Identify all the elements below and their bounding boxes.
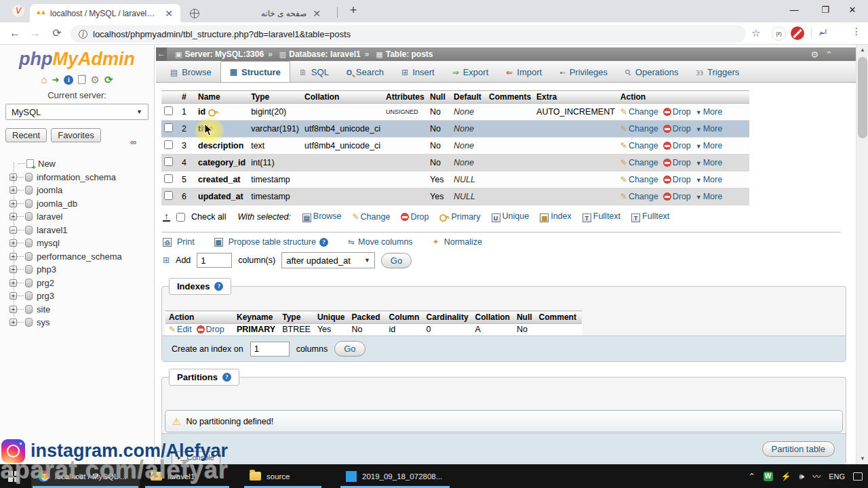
more-link[interactable]: ▼More [696,107,722,117]
settings-icon[interactable]: ⚙ [90,75,99,85]
taskbar-folder-source[interactable]: source [243,464,323,488]
logout-icon[interactable]: ➜ [52,75,60,85]
row-checkbox[interactable] [164,140,173,149]
change-link[interactable]: ✎Change [620,192,658,201]
partition-table-button[interactable]: Partition table [762,441,835,457]
more-link[interactable]: ▼More [696,192,722,201]
browser-menu-icon[interactable]: ⋮ [852,26,861,37]
row-checkbox[interactable] [164,123,173,132]
print-link[interactable]: ⎙Print [163,237,195,247]
collapse-sidebar-icon[interactable]: ← [156,47,167,61]
index-columns-input[interactable] [250,342,290,357]
tab-browse[interactable]: ▤Browse [161,62,220,82]
collapse-top-icon[interactable]: ⌃ [825,49,833,60]
selected-primary-link[interactable]: Primary [439,212,480,222]
row-checkbox[interactable] [164,157,173,166]
drop-link[interactable]: Drop [663,107,691,117]
drop-link[interactable]: Drop [663,141,691,150]
selected-browse-link[interactable]: ▤Browse [302,211,342,222]
change-link[interactable]: ✎Change [620,107,658,117]
tree-item-db[interactable]: +mysql [0,237,154,250]
scroll-up-arrow[interactable]: ▲ [856,45,868,56]
tree-item-db[interactable]: +sys [0,316,154,329]
change-link[interactable]: ✎Change [620,124,658,134]
info-icon[interactable]: i [64,75,73,85]
tree-item-db-selected[interactable]: −laravel1 [0,224,154,237]
notification-icon[interactable] [853,472,863,481]
tab-privileges[interactable]: ▪▫Privileges [551,62,616,82]
page-scrollbar[interactable]: ▲ ▼ [856,45,868,464]
server-select[interactable]: MySQL▼ [5,104,149,120]
pinned-tab-icon[interactable]: V [12,5,24,17]
tab-import[interactable]: ⇐Import [497,62,551,82]
back-button[interactable]: ← [7,26,23,41]
extension-icon-1[interactable]: {#} [772,26,786,41]
change-link[interactable]: ✎Change [620,158,658,167]
tray-expand-icon[interactable]: ⌃ [749,472,755,481]
expand-icon[interactable]: + [9,239,17,247]
url-text[interactable]: localhost/phpmyadmin/tbl_structure.php?d… [93,29,351,39]
console-toggle[interactable]: ▸_ Console [172,451,220,464]
tree-item-db[interactable]: +information_schema [0,171,154,184]
phpmyadmin-logo[interactable]: phpMyAdmin [0,49,154,70]
tab-close-icon[interactable]: ✕ [311,8,323,19]
selected-change-link[interactable]: ✎Change [353,212,391,222]
check-all-checkbox[interactable] [176,213,185,222]
breadcrumb-database[interactable]: Database: laravel1 [289,49,360,59]
drop-link[interactable]: Drop [663,158,691,167]
tree-item-db[interactable]: +site [0,303,154,317]
page-settings-icon[interactable]: ⚙ [810,49,818,60]
move-columns-link[interactable]: ⇋Move columns [348,237,413,247]
wamp-icon[interactable]: W [764,472,773,481]
add-count-input[interactable] [197,253,232,268]
tree-item-db[interactable]: +prg2 [0,277,154,290]
expand-icon[interactable]: + [9,213,17,220]
drop-link[interactable]: Drop [663,124,691,134]
window-minimize-button[interactable]: — [778,0,810,22]
expand-icon[interactable]: + [9,279,17,287]
extension-icon-3[interactable]: ابم [819,28,827,35]
bookmark-star-icon[interactable]: ☆ [751,27,760,39]
unfold-link-icon[interactable]: ∞ [130,137,136,147]
recent-button[interactable]: Recent [5,128,47,142]
check-all-label[interactable]: Check all [191,212,226,222]
expand-icon[interactable]: + [9,253,17,260]
selected-drop-link[interactable]: Drop [401,212,429,222]
go-button[interactable]: Go [334,341,365,357]
position-select[interactable]: after updated_at▼ [281,252,375,268]
tree-item-db[interactable]: +performance_schema [0,250,154,264]
refresh-icon[interactable]: ⟳ [104,75,113,85]
tab-sql[interactable]: 🗎SQL [290,62,338,82]
row-checkbox[interactable] [164,191,173,200]
tree-item-new[interactable]: New [0,157,154,171]
go-button[interactable]: Go [381,253,412,268]
browser-tab-2[interactable]: صفحه ی خانه ✕ [184,4,328,22]
browser-tab-active[interactable]: localhost / MySQL / laravel1 / po ✕ [30,4,180,22]
row-checkbox[interactable] [164,106,173,115]
expand-icon[interactable]: + [9,266,17,273]
collapse-icon[interactable]: − [9,226,17,234]
reload-button[interactable]: ⟳ [49,26,65,41]
tab-insert[interactable]: ⊞Insert [393,62,443,82]
selected-unique-link[interactable]: UUnique [492,211,530,222]
wifi-icon[interactable]: 〰 [812,470,821,482]
scroll-down-arrow[interactable]: ▼ [856,453,868,464]
extension-icon-2[interactable] [791,26,804,40]
breadcrumb-server[interactable]: Server: MySQL:3306 [184,49,264,59]
more-link[interactable]: ▼More [696,175,722,184]
tab-operations[interactable]: ⚲Operations [616,62,687,82]
address-bar[interactable]: i localhost/phpmyadmin/tbl_structure.php… [71,25,746,43]
tab-export[interactable]: ⇒Export [443,62,498,82]
help-icon[interactable]: ? [319,238,328,247]
tab-search[interactable]: Search [338,62,393,82]
more-link[interactable]: ▼More [696,158,722,167]
taskbar-vscode-button[interactable]: 2019_09_18_072808... [339,464,451,488]
expand-icon[interactable]: + [9,319,17,326]
expand-icon[interactable]: + [9,200,17,207]
tab-triggers[interactable]: ϶϶Triggers [687,62,748,82]
page-info-icon[interactable]: i [79,30,87,39]
edit-index-link[interactable]: ✎Edit [169,325,192,334]
more-link[interactable]: ▼More [696,124,722,134]
selected-fulltext-link[interactable]: TFulltext [583,211,620,222]
scroll-thumb[interactable] [858,57,867,138]
